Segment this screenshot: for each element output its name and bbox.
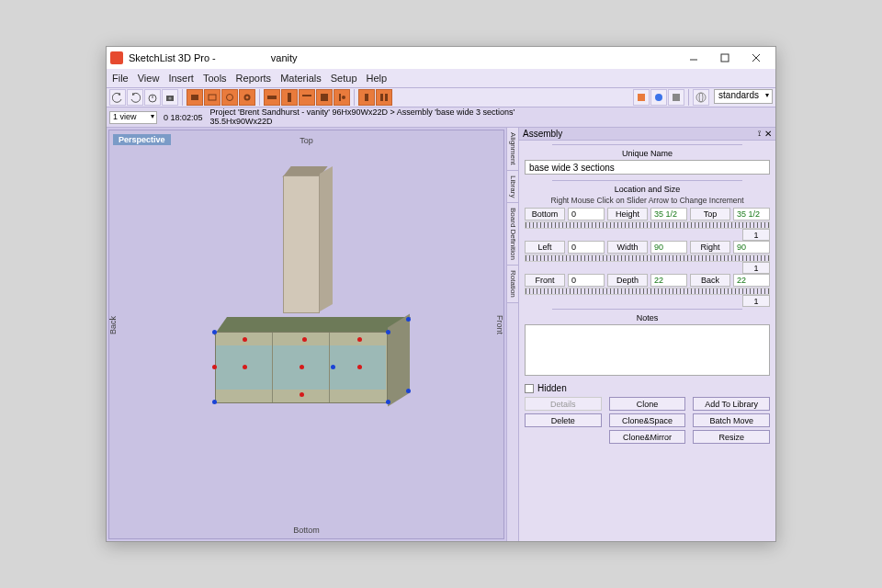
menu-tools[interactable]: Tools xyxy=(203,73,227,84)
svg-point-7 xyxy=(168,96,171,99)
svg-rect-22 xyxy=(638,94,645,101)
app-logo-icon xyxy=(110,51,123,64)
hardware-a-icon[interactable] xyxy=(358,89,375,106)
hidden-label: Hidden xyxy=(537,383,567,393)
loc-size-label: Location and Size xyxy=(525,185,770,194)
app-title: SketchList 3D Pro - xyxy=(129,52,216,63)
doc-title: vanity xyxy=(271,52,298,63)
width-label: Width xyxy=(607,241,648,254)
ruler-step-3[interactable]: 1 xyxy=(742,295,770,307)
resize-button[interactable]: Resize xyxy=(693,430,770,444)
right-label: Right xyxy=(690,241,730,254)
batch-move-button[interactable]: Batch Move xyxy=(693,413,770,427)
undo-icon[interactable] xyxy=(109,89,126,106)
ruler-step-1[interactable]: 1 xyxy=(742,229,770,241)
loc-help-text: Right Mouse Click on Slider Arrow to Cha… xyxy=(525,196,770,205)
ruler-row3[interactable]: 1 xyxy=(525,288,770,295)
tab-rotation[interactable]: Rotation xyxy=(507,266,518,303)
timer-icon[interactable] xyxy=(144,89,161,106)
clone-button[interactable]: Clone xyxy=(609,397,686,411)
panel-handle-icon[interactable] xyxy=(334,89,350,106)
shape-rect-filled-icon[interactable] xyxy=(187,89,203,106)
svg-rect-8 xyxy=(191,95,198,100)
globe-icon[interactable] xyxy=(693,89,709,106)
hardware-b-icon[interactable] xyxy=(376,89,392,106)
details-button[interactable]: Details xyxy=(525,397,602,411)
width-value[interactable]: 90 xyxy=(650,241,687,254)
front-label: Front xyxy=(525,274,565,287)
view-count-label: 1 view xyxy=(113,112,137,121)
maximize-button[interactable] xyxy=(709,49,741,67)
perspective-badge: Perspective xyxy=(113,134,171,145)
tab-alignment[interactable]: Alignment xyxy=(507,128,518,171)
panel-title: Assembly xyxy=(523,129,562,139)
unique-name-input[interactable] xyxy=(525,160,770,175)
bottom-value[interactable]: 0 xyxy=(568,208,605,220)
menu-insert[interactable]: Insert xyxy=(168,73,194,84)
svg-rect-13 xyxy=(267,96,277,99)
redo-icon[interactable] xyxy=(127,89,143,106)
menu-help[interactable]: Help xyxy=(367,73,388,84)
hidden-checkbox[interactable] xyxy=(525,384,534,393)
breadcrumb: Project 'Brent Sandhurst - vanity' 96Hx9… xyxy=(210,108,515,127)
svg-rect-17 xyxy=(339,94,341,101)
menu-reports[interactable]: Reports xyxy=(236,73,272,84)
delete-button[interactable]: Delete xyxy=(525,413,602,427)
left-label: Left xyxy=(525,241,565,254)
left-value[interactable]: 0 xyxy=(568,241,605,254)
clone-space-button[interactable]: Clone&Space xyxy=(609,413,686,427)
clone-mirror-button[interactable]: Clone&Mirror xyxy=(609,430,686,444)
axis-right-label: Front xyxy=(495,315,504,334)
svg-rect-16 xyxy=(321,94,328,101)
ruler-row1[interactable]: 1 xyxy=(525,221,770,229)
top-value[interactable]: 35 1/2 xyxy=(733,208,770,220)
panel-header: Assembly ⟟ ✕ xyxy=(519,128,775,141)
minimize-button[interactable] xyxy=(678,49,709,67)
view-count-select[interactable]: 1 view xyxy=(109,111,157,124)
back-value[interactable]: 22 xyxy=(733,274,770,287)
menu-file[interactable]: File xyxy=(112,73,129,84)
panel-tall-icon[interactable] xyxy=(281,89,298,106)
camera-icon[interactable] xyxy=(162,89,178,106)
close-button[interactable] xyxy=(741,49,772,67)
view-mode-a-icon[interactable] xyxy=(633,89,650,106)
standards-select-label: standards xyxy=(718,90,759,100)
depth-label: Depth xyxy=(607,274,648,287)
svg-rect-21 xyxy=(385,94,388,101)
svg-rect-1 xyxy=(721,54,729,62)
shape-circle-icon[interactable] xyxy=(221,89,238,106)
right-value[interactable]: 90 xyxy=(733,241,770,254)
view-mode-c-icon[interactable] xyxy=(668,89,684,106)
shape-rect-outline-icon[interactable] xyxy=(204,89,220,106)
standards-select[interactable]: standards xyxy=(714,89,773,104)
panel-square-icon[interactable] xyxy=(316,89,333,106)
infobar: 1 view 0 18:02:05 Project 'Brent Sandhur… xyxy=(107,107,775,128)
notes-textarea[interactable] xyxy=(525,324,770,376)
menu-setup[interactable]: Setup xyxy=(331,73,357,84)
viewport-3d[interactable]: Perspective Top Bottom Back Front xyxy=(108,130,504,539)
shape-ring-icon[interactable] xyxy=(239,89,255,106)
view-mode-b-icon[interactable] xyxy=(650,89,667,106)
svg-point-23 xyxy=(655,94,662,101)
depth-value[interactable]: 22 xyxy=(650,274,687,287)
ruler-step-2[interactable]: 1 xyxy=(742,262,770,274)
pin-icon[interactable]: ⟟ xyxy=(758,129,761,139)
height-value[interactable]: 35 1/2 xyxy=(650,208,687,220)
panel-close-icon[interactable]: ✕ xyxy=(764,129,772,139)
notes-label: Notes xyxy=(525,313,770,322)
model-upper-cabinet xyxy=(283,175,331,313)
tab-board-definition[interactable]: Board Definition xyxy=(507,203,518,266)
menu-materials[interactable]: Materials xyxy=(280,73,322,84)
titlebar: SketchList 3D Pro - vanity xyxy=(107,47,775,69)
panel-wide-icon[interactable] xyxy=(264,89,280,106)
ruler-row2[interactable]: 1 xyxy=(525,254,770,262)
viewport-wrap: Perspective Top Bottom Back Front xyxy=(107,128,518,541)
timecode: 0 18:02:05 xyxy=(164,113,203,122)
panel-slab-icon[interactable] xyxy=(299,89,315,106)
menubar: File View Insert Tools Reports Materials… xyxy=(107,69,775,87)
menu-view[interactable]: View xyxy=(138,73,160,84)
svg-rect-19 xyxy=(365,94,368,101)
add-library-button[interactable]: Add To Library xyxy=(693,397,770,411)
tab-library[interactable]: Library xyxy=(507,171,518,203)
front-value[interactable]: 0 xyxy=(568,274,605,287)
